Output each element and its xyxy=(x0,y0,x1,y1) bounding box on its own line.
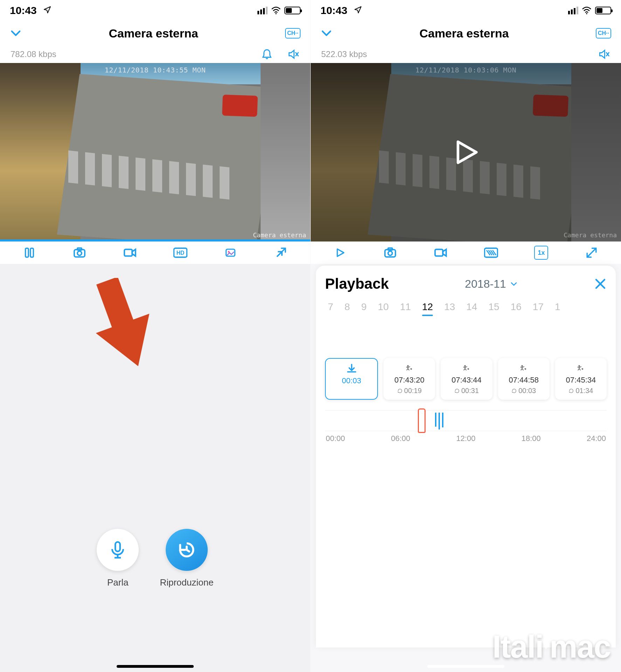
cellular-icon xyxy=(257,7,268,14)
record-button[interactable] xyxy=(434,246,448,260)
battery-icon xyxy=(595,7,611,14)
play-button[interactable] xyxy=(333,246,347,260)
timeline-events xyxy=(435,413,443,429)
clip-0[interactable]: 07:43:20 00:19 xyxy=(384,358,435,400)
timeline-labels: 00:0006:0012:0018:0024:00 xyxy=(325,434,607,443)
timeline-label: 18:00 xyxy=(522,434,541,443)
svg-rect-16 xyxy=(435,250,443,256)
fullscreen-button[interactable] xyxy=(585,246,599,260)
channel-button[interactable]: CH·· xyxy=(285,28,301,38)
camera-title: Camera esterna xyxy=(22,27,285,40)
talk-button[interactable] xyxy=(97,529,139,571)
channel-button[interactable]: CH·· xyxy=(596,28,611,38)
bell-icon[interactable] xyxy=(261,48,273,61)
day-17[interactable]: 17 xyxy=(531,299,545,316)
month-label: 2018-11 xyxy=(465,278,506,290)
collapse-button[interactable] xyxy=(320,27,332,39)
day-12[interactable]: 12 xyxy=(421,299,434,316)
snapshot-button[interactable] xyxy=(383,246,397,260)
playback-label: Riproduzione xyxy=(160,577,213,588)
svg-point-14 xyxy=(388,251,392,255)
playback-pane: 10:43 Camera esterna CH·· 522.03 kbps xyxy=(311,0,621,672)
day-14[interactable]: 14 xyxy=(465,299,478,316)
video-camera-label: Camera esterna xyxy=(253,231,306,239)
battery-icon xyxy=(284,7,301,14)
timeline-label: 00:00 xyxy=(326,434,345,443)
day-15[interactable]: 15 xyxy=(487,299,501,316)
playback-lower-panel: Playback 2018-11 78910111213141516171 00… xyxy=(311,264,621,672)
clip-2[interactable]: 07:44:58 00:03 xyxy=(498,358,550,400)
status-time-text: 10:43 xyxy=(320,5,347,16)
playback-button[interactable] xyxy=(166,529,208,571)
camera-subheader: 522.03 kbps xyxy=(311,46,621,63)
playback-video[interactable]: 12/11/2018 10:03:06 MON Camera esterna xyxy=(311,63,621,241)
timeline-label: 12:00 xyxy=(456,434,475,443)
watermark-text-1: Itali xyxy=(492,629,543,665)
watermark: Itali mac xyxy=(492,629,610,665)
svg-rect-17 xyxy=(484,248,497,257)
day-1[interactable]: 1 xyxy=(553,299,562,316)
clip-1[interactable]: 07:43:44 00:31 xyxy=(441,358,492,400)
day-9[interactable]: 9 xyxy=(360,299,368,316)
month-picker[interactable]: 2018-11 xyxy=(389,278,594,290)
day-8[interactable]: 8 xyxy=(343,299,352,316)
status-bar: 10:43 xyxy=(311,0,621,21)
status-right xyxy=(257,7,301,14)
play-overlay-button[interactable] xyxy=(450,136,482,168)
live-view-pane: 10:43 Camera esterna CH·· 782.08 kbps xyxy=(0,0,311,672)
wifi-icon xyxy=(271,7,281,14)
status-right xyxy=(568,7,611,14)
status-time: 10:43 xyxy=(10,5,51,16)
fullscreen-button[interactable] xyxy=(274,246,288,260)
cellular-icon xyxy=(568,7,578,14)
timeline-label: 24:00 xyxy=(587,434,606,443)
timeline[interactable] xyxy=(325,410,607,431)
camera-title: Camera esterna xyxy=(332,27,596,40)
pause-button[interactable] xyxy=(22,246,36,260)
day-16[interactable]: 16 xyxy=(509,299,523,316)
day-13[interactable]: 13 xyxy=(443,299,456,316)
svg-rect-6 xyxy=(124,250,132,256)
live-toolbar: HD xyxy=(0,241,310,264)
mute-icon[interactable] xyxy=(598,48,610,61)
filter-button[interactable] xyxy=(484,246,498,260)
playback-toolbar: 1x xyxy=(311,241,621,264)
day-7[interactable]: 7 xyxy=(326,299,335,316)
pip-button[interactable] xyxy=(223,246,237,260)
location-icon xyxy=(43,6,51,14)
download-clip[interactable]: 00:03 xyxy=(325,358,378,400)
timeline-cursor[interactable] xyxy=(418,408,426,433)
home-indicator[interactable] xyxy=(427,665,504,668)
close-button[interactable] xyxy=(594,278,607,290)
bitrate-label: 782.08 kbps xyxy=(11,49,56,59)
timeline-label: 06:00 xyxy=(391,434,410,443)
svg-rect-11 xyxy=(116,542,120,552)
scrub-bar[interactable] xyxy=(0,239,310,241)
annotation-arrow-icon xyxy=(91,278,154,369)
bitrate-label: 522.03 kbps xyxy=(321,49,367,59)
record-button[interactable] xyxy=(123,246,137,260)
video-timestamp: 12/11/2018 10:43:55 MON xyxy=(105,66,206,74)
home-indicator[interactable] xyxy=(117,665,194,668)
svg-point-12 xyxy=(586,13,587,14)
live-lower-panel: Parla Riproduzione xyxy=(0,264,310,672)
svg-rect-1 xyxy=(25,248,28,257)
day-11[interactable]: 11 xyxy=(399,299,412,316)
leaf-icon xyxy=(541,638,551,650)
svg-text:HD: HD xyxy=(176,250,184,256)
live-video[interactable]: 12/11/2018 10:43:55 MON Camera esterna xyxy=(0,63,310,241)
snapshot-button[interactable] xyxy=(73,246,87,260)
status-time: 10:43 xyxy=(320,5,362,16)
day-10[interactable]: 10 xyxy=(377,299,390,316)
day-strip[interactable]: 78910111213141516171 xyxy=(325,299,607,316)
speed-button[interactable]: 1x xyxy=(534,246,548,260)
watermark-text-2: mac xyxy=(550,629,610,665)
status-time-text: 10:43 xyxy=(10,5,37,16)
collapse-button[interactable] xyxy=(10,27,22,39)
quality-button[interactable]: HD xyxy=(173,246,187,260)
mute-icon[interactable] xyxy=(287,48,300,61)
clip-3[interactable]: 07:45:34 01:34 xyxy=(555,358,607,400)
wifi-icon xyxy=(582,7,592,14)
video-frame xyxy=(0,63,310,241)
video-timestamp: 12/11/2018 10:03:06 MON xyxy=(415,66,516,74)
